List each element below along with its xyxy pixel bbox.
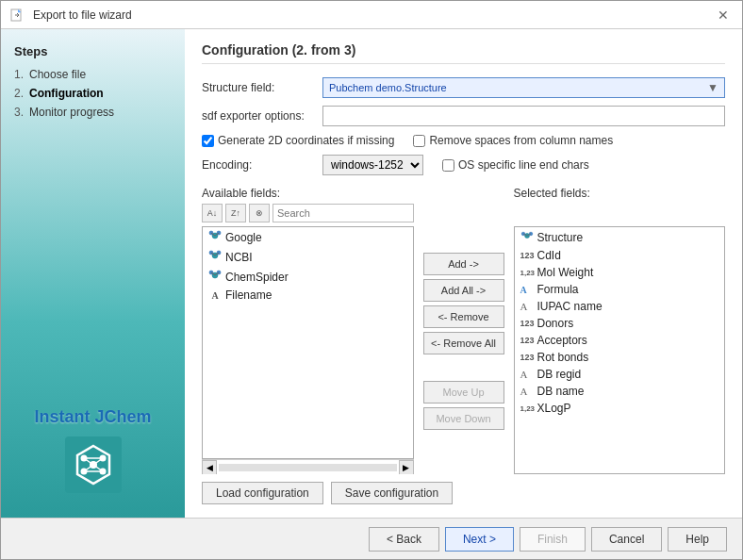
checkbox-os-text: OS specific line end chars: [458, 158, 589, 172]
list-item-label: Donors: [537, 317, 574, 330]
item-icon-donors: 123: [520, 319, 534, 328]
add-button[interactable]: Add ->: [423, 253, 504, 275]
brand-logo: [65, 436, 122, 493]
sidebar: Steps 1. Choose file 2. Configuration 3.…: [1, 29, 185, 518]
checkbox-os[interactable]: [442, 159, 454, 172]
list-item-label: IUPAC name: [537, 300, 603, 313]
list-item[interactable]: 123 Rot bonds: [515, 349, 725, 366]
item-icon-ncbi: [208, 249, 222, 265]
molecule-icon: [208, 269, 222, 282]
list-item[interactable]: A Filename: [203, 287, 413, 304]
item-icon-filename: A: [208, 288, 222, 302]
list-item-label: Formula: [537, 283, 579, 296]
list-item[interactable]: 123 CdId: [515, 247, 725, 264]
list-item[interactable]: NCBI: [203, 247, 413, 267]
available-fields-list[interactable]: Google: [202, 226, 414, 459]
structure-field-label: Structure field:: [202, 81, 315, 94]
list-item[interactable]: 123 Acceptors: [515, 332, 725, 349]
scroll-left-button[interactable]: ◀: [202, 460, 217, 475]
item-icon-formula: A: [520, 285, 534, 295]
list-item-label: ChemSpider: [225, 271, 289, 284]
main-window: Export to file wizard ✕ Steps 1. Choose …: [0, 0, 743, 560]
item-icon-structure: [520, 229, 534, 245]
checkbox-2d-label[interactable]: Generate 2D coordinates if missing: [202, 134, 394, 147]
title-bar-left: Export to file wizard: [10, 8, 132, 23]
step-2-number: 2.: [14, 87, 24, 100]
checkbox-2d[interactable]: [202, 135, 214, 147]
cancel-button[interactable]: Cancel: [591, 527, 662, 552]
list-item-label: Rot bonds: [537, 351, 589, 364]
filter-button[interactable]: ⊗: [249, 204, 270, 222]
remove-button[interactable]: <- Remove: [423, 305, 504, 328]
save-config-button[interactable]: Save configuration: [331, 482, 453, 504]
encoding-select[interactable]: windows-1252: [322, 155, 423, 175]
next-button[interactable]: Next >: [445, 527, 514, 552]
list-item[interactable]: A DB regid: [515, 366, 725, 383]
checkbox-remove-spaces-label[interactable]: Remove spaces from column names: [413, 134, 613, 147]
available-fields-panel: Available fields: A↓ Z↑ ⊗: [202, 187, 414, 474]
selected-fields-list[interactable]: Structure 123 CdId 1,23 Mol Weight A F: [514, 226, 726, 474]
list-item-label: DB regid: [537, 368, 582, 381]
list-item[interactable]: Google: [203, 227, 413, 247]
encoding-row: Encoding: windows-1252 OS specific line …: [202, 155, 725, 175]
sort-az-button[interactable]: A↓: [202, 204, 223, 222]
scroll-right-button[interactable]: ▶: [399, 460, 414, 475]
add-all-button[interactable]: Add All ->: [423, 279, 504, 302]
item-icon-chemspider: [208, 269, 222, 285]
step-3: 3. Monitor progress: [14, 106, 172, 119]
steps-title: Steps: [14, 44, 172, 58]
item-icon-google: [208, 229, 222, 245]
sort-za-button[interactable]: Z↑: [225, 204, 246, 222]
list-item-label: CdId: [537, 249, 561, 262]
item-icon-dbname: A: [520, 386, 534, 397]
scroll-track[interactable]: [219, 464, 397, 471]
export-icon: [10, 8, 25, 23]
step-3-number: 3.: [14, 106, 24, 119]
list-item-label: Acceptors: [537, 334, 587, 347]
search-input[interactable]: [272, 204, 414, 222]
list-item[interactable]: A DB name: [515, 383, 725, 400]
step-2-label: Configuration: [29, 87, 104, 100]
help-button[interactable]: Help: [668, 527, 727, 552]
list-item[interactable]: A IUPAC name: [515, 298, 725, 315]
list-item[interactable]: 123 Donors: [515, 315, 725, 332]
list-item[interactable]: A Formula: [515, 281, 725, 298]
sdf-exporter-input[interactable]: [322, 106, 725, 126]
window-title: Export to file wizard: [33, 8, 132, 22]
molecule-small-icon: [520, 229, 534, 242]
structure-field-dropdown[interactable]: Pubchem demo.Structure ▼: [322, 77, 725, 98]
molecule-icon: [208, 249, 222, 262]
filter-icon: ⊗: [256, 208, 263, 218]
item-icon-dbregid: A: [520, 369, 534, 380]
content-area: Steps 1. Choose file 2. Configuration 3.…: [1, 29, 742, 518]
finish-button[interactable]: Finish: [520, 527, 586, 552]
item-icon-iupac: A: [520, 301, 534, 312]
load-config-button[interactable]: Load configuration: [202, 482, 323, 504]
list-item[interactable]: ChemSpider: [203, 267, 413, 287]
move-down-button[interactable]: Move Down: [423, 407, 504, 430]
remove-all-button[interactable]: <- Remove All: [423, 332, 504, 354]
selected-fields-label: Selected fields:: [514, 187, 726, 200]
move-up-button[interactable]: Move Up: [423, 381, 504, 404]
step-1: 1. Choose file: [14, 68, 172, 81]
list-item[interactable]: Structure: [515, 227, 725, 247]
list-item[interactable]: 1,23 Mol Weight: [515, 264, 725, 281]
step-1-label: Choose file: [29, 68, 86, 81]
structure-field-row: Structure field: Pubchem demo.Structure …: [202, 77, 725, 98]
close-button[interactable]: ✕: [714, 8, 733, 23]
checkbox-remove-spaces-text: Remove spaces from column names: [429, 134, 613, 147]
step-2: 2. Configuration: [14, 87, 172, 100]
checkbox-os-label[interactable]: OS specific line end chars: [442, 158, 589, 172]
sdf-exporter-row: sdf exporter options:: [202, 106, 725, 126]
back-button[interactable]: < Back: [369, 527, 439, 552]
checkbox-row-1: Generate 2D coordinates if missing Remov…: [202, 134, 725, 147]
list-item-label: DB name: [537, 385, 585, 398]
checkbox-remove-spaces[interactable]: [413, 135, 425, 147]
structure-field-value: Pubchem demo.Structure: [329, 82, 447, 93]
horizontal-scrollbar[interactable]: ◀ ▶: [202, 459, 414, 474]
step-3-label: Monitor progress: [29, 106, 114, 119]
list-item-label: Structure: [537, 231, 584, 244]
title-bar: Export to file wizard ✕: [1, 1, 742, 29]
list-item[interactable]: 1,23 XLogP: [515, 400, 725, 417]
bottom-bar: < Back Next > Finish Cancel Help: [1, 518, 742, 559]
